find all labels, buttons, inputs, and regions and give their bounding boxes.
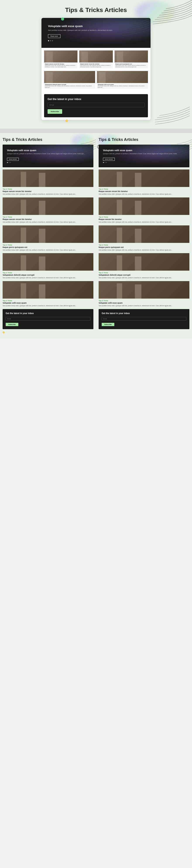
col-right-article-2[interactable]: Tips & Tricks Raque earum hic tenetur Se…	[99, 197, 189, 223]
deco-lines-bottom-right	[155, 107, 190, 124]
article-card-5[interactable]: Voluptate velit esse quam Sed porttitor …	[97, 71, 148, 89]
rcat-2: Tips & Tricks	[99, 216, 189, 218]
slide-dot-2[interactable]	[50, 40, 51, 41]
ratitle-2: Raque earum hic tenetur	[99, 218, 189, 220]
section-title: Tips & Tricks Articles	[4, 6, 188, 13]
rcat-5: Tips & Tricks	[99, 300, 189, 302]
col-left-article-1[interactable]: Tips & Tricks Itaque earum rerum hic ten…	[3, 169, 93, 195]
radesc-3: Sed porttitor lectus nibh. Quisque velit…	[99, 249, 189, 251]
adesc-1: Sed porttitor lectus nibh. Quisque velit…	[3, 193, 93, 195]
ratitle-4: Voluptatum deleniti atque corrupti	[99, 274, 189, 276]
col-left-title: Tips & Tricks Articles	[3, 137, 93, 142]
cat-2: Tips & Tricks	[3, 216, 93, 218]
newsletter-title: Get the latest in your inbox	[47, 98, 145, 101]
col-right-hero: Voluptate velit esse quam Quisque velit …	[99, 145, 189, 167]
col-right-nl-title: Get the latest in your inbox	[102, 312, 186, 314]
col-left-dot-3[interactable]	[10, 162, 11, 163]
newsletter-box: Get the latest in your inbox Subscribe	[44, 94, 148, 117]
atitle-5: Voluptate velit esse quam	[3, 302, 93, 304]
col-left-newsletter: Get the latest in your inbox Subscribe	[3, 309, 93, 329]
col-left-nl-title: Get the latest in your inbox	[6, 312, 90, 314]
slide-dot-1[interactable]	[48, 40, 49, 41]
col-right-hero-text: Quisque velit nisi, pretium ut lacinia i…	[103, 153, 185, 155]
slide-dot-3[interactable]	[52, 40, 53, 41]
col-left-hero-text: Quisque velit nisi, pretium ut lacinia i…	[7, 153, 89, 155]
col-left-articles: Tips & Tricks Itaque earum rerum hic ten…	[3, 169, 93, 307]
col-right-newsletter: Get the latest in your inbox Subscribe	[99, 309, 189, 329]
article-card-3[interactable]: Itaque porro quisquam est Sed porttitor …	[115, 51, 148, 68]
col-right-article-1[interactable]: Tips & Tricks Raque earum rerum hic tene…	[99, 169, 189, 195]
adesc-4: Sed porttitor lectus nibh. Quisque velit…	[3, 277, 93, 279]
cat-1: Tips & Tricks	[3, 188, 93, 190]
col-left-article-2[interactable]: Tips & Tricks Raque earum rerum hic tene…	[3, 197, 93, 223]
atitle-1: Itaque earum rerum hic tenetur	[3, 190, 93, 192]
col-left: Tips & Tricks Articles Voluptate velit e…	[0, 133, 96, 338]
ratitle-1: Raque earum rerum hic tenetur	[99, 190, 189, 192]
col-left-yellow-circle	[3, 331, 5, 334]
hero-text: Sed porttitor lectus nibh. Quisque velit…	[48, 29, 144, 31]
atitle-3: Itaque porro quisquam est	[3, 246, 93, 248]
cat-3: Tips & Tricks	[3, 244, 93, 246]
radesc-4: Sed porttitor lectus nibh. Quisque velit…	[99, 277, 189, 279]
hero-title: Voluptate velit esse quam	[48, 25, 144, 28]
article-3-desc: Sed porttitor lectus nibh. Quisque velit…	[116, 65, 147, 67]
col-right: Tips & Tricks Articles Voluptate velit e…	[96, 133, 192, 338]
ratitle-5: Voluptate velit esse quam	[99, 302, 189, 304]
section-full-preview: Tips & Tricks Articles Voluptate velit e…	[0, 0, 192, 129]
adesc-5: Sed porttitor lectus nibh. Quisque velit…	[3, 305, 93, 307]
col-right-hero-title: Voluptate velit esse quam	[103, 149, 185, 152]
article-4-desc: Sed porttitor lectus nibh. Quisque velit…	[45, 85, 94, 88]
col-left-read-more-button[interactable]: READ MORE	[7, 158, 19, 161]
article-5-desc: Sed porttitor lectus nibh. Quisque velit…	[98, 85, 147, 88]
read-more-button[interactable]: Read more	[48, 34, 60, 38]
col-left-dot-2[interactable]	[8, 162, 9, 163]
section-separator	[0, 129, 192, 133]
col-right-nl-email[interactable]	[102, 317, 186, 321]
col-right-articles: Tips & Tricks Raque earum rerum hic tene…	[99, 169, 189, 307]
article-card-4[interactable]: Voluptatum deleniti atque corrupti Sed p…	[44, 71, 95, 89]
col-right-dot-3[interactable]	[106, 162, 107, 163]
col-right-article-3[interactable]: Tips & Tricks Noque porro quisquam est S…	[99, 225, 189, 251]
col-right-dot-2[interactable]	[104, 162, 105, 163]
col-left-article-4[interactable]: Tips & Tricks Voluptatum deleniti atque …	[3, 253, 93, 279]
radesc-2: Sed porttitor lectus nibh. Quisque velit…	[99, 221, 189, 223]
adesc-2: Sed porttitor lectus nibh. Quisque velit…	[3, 221, 93, 223]
rcat-1: Tips & Tricks	[99, 188, 189, 190]
atitle-2: Raque earum rerum hic tenetur	[3, 218, 93, 220]
hero-slider: Voluptate velit esse quam Sed porttitor …	[41, 18, 151, 48]
radesc-1: Sed porttitor lectus nibh. Quisque velit…	[99, 193, 189, 195]
col-left-hero-title: Voluptate velit esse quam	[7, 149, 89, 152]
col-left-nl-subscribe-button[interactable]: Subscribe	[6, 323, 18, 326]
adesc-3: Sed porttitor lectus nibh. Quisque velit…	[3, 249, 93, 251]
newsletter-subscribe-button[interactable]: Subscribe	[47, 109, 62, 114]
ratitle-3: Noque porro quisquam est	[99, 246, 189, 248]
newsletter-email-input[interactable]	[47, 103, 145, 107]
col-right-nl-subscribe-button[interactable]: Subscribe	[102, 323, 114, 326]
cat-4: Tips & Tricks	[3, 272, 93, 274]
col-right-title: Tips & Tricks Articles	[99, 137, 189, 142]
col-left-hero: Voluptate velit esse quam Quisque velit …	[3, 145, 93, 167]
col-left-article-3[interactable]: Tips & Tricks Itaque porro quisquam est …	[3, 225, 93, 251]
article-2-desc: Sed porttitor lectus nibh. Quisque velit…	[80, 65, 112, 67]
radesc-5: Sed porttitor lectus nibh. Quisque velit…	[99, 305, 189, 307]
articles-grid-3col: Itaque earum rerum hic tenetur Sed portt…	[41, 48, 151, 71]
col-right-dot-1[interactable]	[103, 162, 104, 163]
cat-5: Tips & Tricks	[3, 300, 93, 302]
col-left-nl-email[interactable]	[6, 317, 90, 321]
col-left-article-5[interactable]: Tips & Tricks Voluptate velit esse quam …	[3, 281, 93, 307]
col-right-read-more-button[interactable]: READ MORE	[103, 158, 115, 161]
col-left-dot-1[interactable]	[7, 162, 8, 163]
section-two-col: Tips & Tricks Articles Voluptate velit e…	[0, 133, 192, 338]
rcat-3: Tips & Tricks	[99, 244, 189, 246]
rcat-4: Tips & Tricks	[99, 272, 189, 274]
col-right-article-5[interactable]: Tips & Tricks Voluptate velit esse quam …	[99, 281, 189, 307]
col-right-article-4[interactable]: Tips & Tricks Voluptatum deleniti atque …	[99, 253, 189, 279]
atitle-4: Voluptatum deleniti atque corrupti	[3, 274, 93, 276]
article-card-1[interactable]: Itaque earum rerum hic tenetur Sed portt…	[44, 51, 77, 68]
preview-card: Voluptate velit esse quam Sed porttitor …	[41, 18, 151, 120]
articles-grid-2col: Voluptatum deleniti atque corrupti Sed p…	[41, 71, 151, 92]
article-1-desc: Sed porttitor lectus nibh. Quisque velit…	[45, 65, 76, 67]
article-card-2[interactable]: Itaque earum rerum hic tenetur Sed portt…	[79, 51, 113, 68]
